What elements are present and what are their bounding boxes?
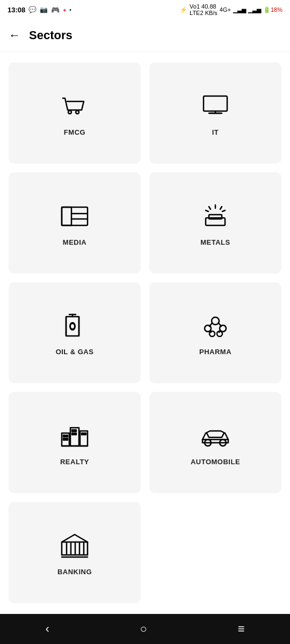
sector-card-pharma[interactable]: PHARMA — [149, 282, 281, 384]
sector-card-it[interactable]: IT — [149, 62, 281, 164]
svg-rect-42 — [82, 433, 83, 435]
svg-rect-39 — [75, 430, 76, 431]
svg-point-19 — [71, 324, 74, 328]
nav-menu-button[interactable]: ≡ — [238, 622, 245, 636]
banking-label: BANKING — [57, 568, 92, 576]
it-label: IT — [212, 128, 219, 136]
battery-icon: 🔋18% — [263, 6, 282, 13]
sectors-grid: FMCG IT MEDIA — [0, 52, 290, 614]
fmcg-icon — [59, 93, 91, 120]
svg-rect-43 — [84, 433, 86, 435]
it-icon — [199, 93, 231, 120]
pharma-label: PHARMA — [199, 348, 231, 356]
svg-line-29 — [210, 331, 211, 332]
signal-info: Vo1 40.88LTE2 KB/s — [190, 3, 218, 16]
oilgas-icon — [59, 312, 91, 339]
bluetooth-icon: ⚡ — [180, 6, 187, 13]
svg-point-22 — [212, 317, 219, 325]
metals-label: METALS — [200, 238, 230, 246]
signal-bars: ▁▃▅ — [233, 6, 246, 13]
realty-icon — [59, 422, 91, 449]
svg-line-13 — [206, 210, 208, 211]
svg-line-14 — [222, 210, 225, 211]
fmcg-label: FMCG — [64, 128, 85, 136]
svg-rect-2 — [204, 96, 227, 111]
svg-marker-48 — [62, 535, 88, 542]
realty-label: REALTY — [60, 458, 89, 466]
media-icon — [59, 203, 91, 230]
app-icon-red: 🎮 — [51, 6, 60, 14]
svg-rect-38 — [72, 430, 74, 431]
svg-rect-9 — [209, 215, 222, 219]
status-time: 13:08 — [8, 6, 25, 14]
status-right: ⚡ Vo1 40.88LTE2 KB/s 4G+ ▁▃▅ ▁▃▅ 🔋18% — [180, 3, 282, 16]
svg-rect-40 — [72, 433, 74, 435]
metals-icon — [199, 203, 231, 230]
svg-rect-36 — [63, 438, 65, 440]
sector-card-banking[interactable]: BANKING — [9, 502, 141, 603]
network-type: 4G+ — [220, 6, 231, 13]
sector-card-oil-gas[interactable]: OIL & GAS — [9, 282, 141, 384]
svg-rect-37 — [66, 438, 68, 440]
svg-line-30 — [219, 331, 221, 332]
svg-line-28 — [219, 323, 221, 326]
oilgas-label: OIL & GAS — [56, 348, 94, 356]
svg-rect-35 — [66, 435, 68, 437]
pharma-icon — [199, 312, 231, 339]
nav-back-button[interactable]: ‹ — [45, 622, 49, 636]
status-left: 13:08 💬 📷 🎮 ● • — [8, 6, 71, 14]
sector-card-metals[interactable]: METALS — [149, 172, 281, 274]
media-label: MEDIA — [63, 238, 86, 246]
pokemon-icon: ● — [63, 7, 66, 13]
sector-card-realty[interactable]: REALTY — [9, 392, 141, 493]
signal-bars2: ▁▃▅ — [248, 6, 261, 13]
back-button[interactable]: ← — [9, 28, 20, 42]
sector-card-fmcg[interactable]: FMCG — [9, 62, 141, 164]
svg-rect-5 — [62, 207, 71, 225]
banking-icon — [59, 532, 91, 559]
page-title: Sectors — [29, 28, 73, 42]
automobile-icon — [199, 422, 231, 449]
svg-line-11 — [209, 207, 211, 209]
svg-line-27 — [209, 323, 212, 326]
svg-line-12 — [220, 207, 222, 209]
nav-home-button[interactable]: ○ — [140, 622, 147, 636]
whatsapp-icon: 💬 — [28, 6, 37, 13]
svg-rect-41 — [75, 433, 76, 435]
svg-rect-4 — [62, 207, 88, 225]
camera-icon: 📷 — [40, 6, 48, 13]
header: ← Sectors — [0, 19, 290, 52]
status-bar: 13:08 💬 📷 🎮 ● • ⚡ Vo1 40.88LTE2 KB/s 4G+… — [0, 0, 290, 19]
svg-point-1 — [76, 111, 79, 114]
sector-card-media[interactable]: MEDIA — [9, 172, 141, 274]
svg-rect-34 — [63, 435, 65, 437]
bottom-nav: ‹ ○ ≡ — [0, 614, 290, 644]
svg-point-0 — [68, 111, 71, 114]
dot-icon: • — [69, 7, 71, 13]
automobile-label: AUTOMOBILE — [191, 458, 240, 466]
sector-card-automobile[interactable]: AUTOMOBILE — [149, 392, 281, 493]
